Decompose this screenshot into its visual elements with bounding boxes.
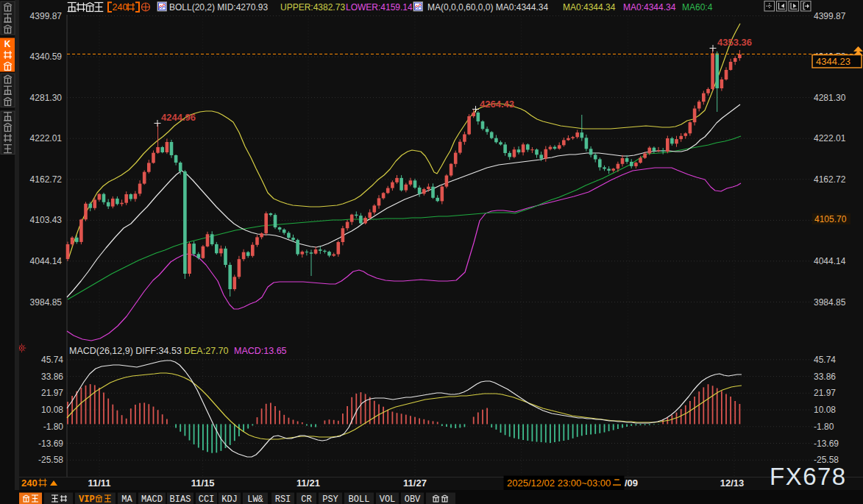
svg-text:4399.87: 4399.87: [30, 11, 63, 21]
svg-text:4344.23: 4344.23: [816, 56, 850, 67]
svg-text:MA60:4: MA60:4: [682, 2, 713, 13]
svg-text:2025/12/02 23:00~03:00: 2025/12/02 23:00~03:00: [507, 478, 611, 489]
svg-text:11/21: 11/21: [296, 478, 320, 489]
svg-text:-1.80: -1.80: [814, 422, 834, 432]
svg-text:KDJ: KDJ: [221, 494, 238, 504]
svg-text:MA0:4344.34: MA0:4344.34: [623, 2, 676, 13]
svg-text:MACD:13.65: MACD:13.65: [234, 346, 287, 356]
svg-text:-1.80: -1.80: [43, 422, 64, 432]
svg-text:11/15: 11/15: [191, 478, 215, 489]
svg-text:45.74: 45.74: [814, 355, 836, 365]
svg-text:DEA:27.70: DEA:27.70: [184, 346, 229, 356]
svg-text:-25.58: -25.58: [38, 455, 63, 465]
svg-text:10.08: 10.08: [41, 405, 63, 415]
svg-text:33.86: 33.86: [41, 372, 63, 382]
svg-text:4044.14: 4044.14: [814, 256, 846, 266]
svg-text:4399.87: 4399.87: [814, 11, 846, 21]
svg-text:MACD(26,12,9) DIFF:34.53: MACD(26,12,9) DIFF:34.53: [69, 346, 182, 356]
svg-text:4162.72: 4162.72: [30, 174, 63, 185]
svg-text:MA0:4344.34: MA0:4344.34: [563, 2, 616, 13]
svg-text:4353.36: 4353.36: [717, 37, 752, 48]
svg-text:CR: CR: [301, 494, 311, 504]
svg-text:OBV: OBV: [405, 494, 421, 504]
svg-text:UPPER:4382.73: UPPER:4382.73: [280, 2, 345, 13]
svg-text:LW&: LW&: [247, 494, 263, 504]
svg-text:12/13: 12/13: [720, 478, 745, 489]
svg-text:4281.30: 4281.30: [814, 93, 846, 103]
svg-text:FX678: FX678: [770, 463, 847, 490]
svg-text:240: 240: [113, 2, 128, 13]
svg-text:BOLL: BOLL: [349, 494, 370, 504]
svg-text:MA: MA: [121, 494, 132, 504]
svg-text:BOLL(20,2) MID:4270.93: BOLL(20,2) MID:4270.93: [169, 2, 268, 13]
svg-text:33.86: 33.86: [814, 372, 836, 382]
svg-text:4222.01: 4222.01: [30, 133, 63, 143]
svg-text:240: 240: [21, 478, 38, 489]
svg-text:MACD: MACD: [141, 494, 163, 504]
svg-text:11/11: 11/11: [88, 478, 110, 489]
svg-text:3984.85: 3984.85: [30, 297, 63, 308]
svg-text:4044.14: 4044.14: [30, 256, 63, 266]
svg-text:MA(0,0,0,60,0,0) MA0:4344.34: MA(0,0,0,60,0,0) MA0:4344.34: [427, 2, 548, 13]
svg-text:45.74: 45.74: [41, 355, 63, 365]
svg-text:21.97: 21.97: [41, 388, 63, 398]
svg-text:10.08: 10.08: [814, 405, 836, 415]
svg-text:LOWER:4159.14: LOWER:4159.14: [346, 2, 413, 13]
svg-text:VOL: VOL: [380, 494, 396, 504]
svg-text:RSI: RSI: [275, 494, 291, 504]
svg-text:4340.59: 4340.59: [30, 52, 63, 62]
svg-text:/09: /09: [625, 478, 638, 489]
svg-text:PSY: PSY: [322, 494, 338, 504]
svg-text:4244.96: 4244.96: [161, 112, 196, 123]
svg-text:BIAS: BIAS: [170, 494, 191, 504]
svg-text:21.97: 21.97: [814, 388, 836, 398]
svg-text:4222.01: 4222.01: [814, 133, 846, 143]
svg-text:11/27: 11/27: [403, 478, 427, 489]
svg-text:K: K: [4, 39, 11, 49]
svg-text:4281.30: 4281.30: [30, 93, 63, 103]
svg-text:4105.70: 4105.70: [814, 214, 847, 224]
svg-text:4162.72: 4162.72: [814, 174, 846, 185]
svg-text:-13.69: -13.69: [814, 439, 839, 449]
svg-text:CCI: CCI: [199, 494, 215, 504]
svg-text:3984.85: 3984.85: [814, 297, 846, 308]
svg-text:4264.43: 4264.43: [480, 99, 514, 110]
svg-text:4103.43: 4103.43: [30, 215, 63, 225]
svg-text:VIP: VIP: [79, 494, 95, 504]
svg-text:-13.69: -13.69: [38, 439, 63, 449]
